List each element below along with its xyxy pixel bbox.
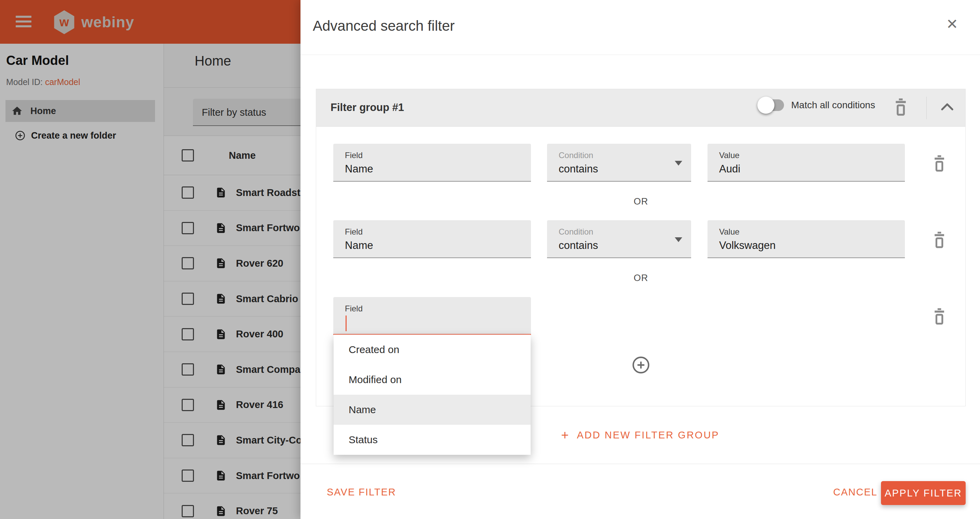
field-input-focused[interactable]: Field — [333, 297, 531, 335]
field-input[interactable]: Field Name — [333, 220, 531, 258]
field-label: Field — [345, 151, 363, 160]
delete-filter-group-button[interactable] — [893, 98, 908, 118]
cancel-button[interactable]: CANCEL — [833, 487, 878, 498]
dropdown-option-created-on[interactable]: Created on — [334, 334, 531, 365]
condition-label: Condition — [558, 227, 593, 237]
screen: w webiny Car Model Model ID: carModel Ho… — [0, 0, 980, 519]
or-separator: OR — [634, 196, 648, 207]
match-all-conditions-toggle[interactable] — [761, 99, 784, 111]
filter-group-title: Filter group #1 — [331, 102, 404, 114]
add-condition-button[interactable] — [632, 356, 650, 374]
value-label: Value — [719, 227, 740, 237]
condition-value: contains — [558, 163, 598, 175]
field-input[interactable]: Field Name — [333, 144, 531, 181]
add-group-label: ADD NEW FILTER GROUP — [577, 430, 719, 441]
condition-label: Condition — [558, 151, 593, 160]
text-cursor — [345, 315, 347, 331]
plus-circle-icon — [632, 356, 650, 374]
value-value: Audi — [719, 163, 740, 175]
trash-icon — [932, 308, 947, 325]
chevron-down-icon — [675, 161, 682, 166]
delete-condition-button[interactable] — [932, 308, 947, 327]
delete-condition-button[interactable] — [932, 231, 947, 250]
dropdown-option-status[interactable]: Status — [334, 425, 531, 455]
apply-filter-button[interactable]: APPLY FILTER — [881, 481, 966, 505]
delete-condition-button[interactable] — [932, 155, 947, 174]
save-filter-button[interactable]: SAVE FILTER — [327, 487, 396, 498]
dropdown-option-modified-on[interactable]: Modified on — [334, 365, 531, 395]
chevron-up-icon — [940, 102, 954, 111]
field-label: Field — [345, 304, 363, 314]
condition-value: contains — [558, 239, 598, 252]
value-input[interactable]: Value Volkswagen — [708, 220, 905, 258]
condition-select[interactable]: Condition contains — [547, 144, 691, 181]
field-label: Field — [345, 227, 363, 237]
advanced-search-filter-modal: Advanced search filter ✕ Filter group #1… — [301, 0, 980, 519]
footer-divider — [301, 464, 980, 464]
chevron-down-icon — [675, 237, 682, 242]
filter-group-header: Filter group #1 Match all conditions — [316, 89, 965, 127]
modal-title: Advanced search filter — [313, 18, 455, 34]
field-dropdown: Created on Modified on Name Status — [334, 334, 531, 455]
field-value: Name — [345, 163, 373, 175]
divider — [926, 97, 927, 119]
dropdown-option-name[interactable]: Name — [334, 395, 531, 425]
or-separator: OR — [634, 273, 648, 283]
field-value: Name — [345, 239, 373, 252]
toggle-knob — [757, 97, 775, 114]
trash-icon — [893, 98, 908, 117]
collapse-group-button[interactable] — [940, 102, 954, 112]
condition-select[interactable]: Condition contains — [547, 220, 691, 258]
value-label: Value — [719, 151, 740, 160]
value-input[interactable]: Value Audi — [708, 144, 905, 181]
value-value: Volkswagen — [719, 239, 775, 252]
close-icon[interactable]: ✕ — [946, 17, 958, 32]
toggle-label: Match all conditions — [791, 100, 875, 111]
trash-icon — [932, 231, 947, 249]
plus-icon: + — [561, 428, 568, 443]
trash-icon — [932, 155, 947, 172]
